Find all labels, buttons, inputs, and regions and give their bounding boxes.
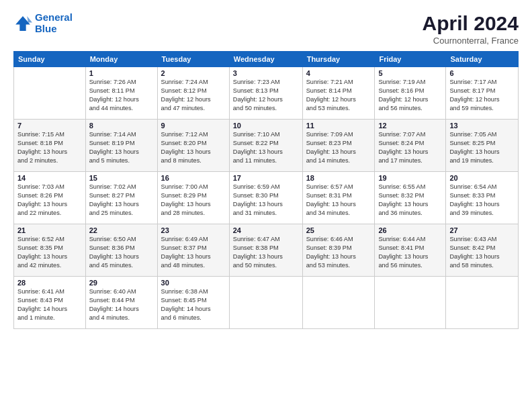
week-row-5: 28Sunrise: 6:41 AM Sunset: 8:43 PM Dayli… <box>14 277 519 329</box>
logo: General Blue <box>13 12 73 34</box>
day-number: 1 <box>89 69 154 77</box>
week-row-3: 14Sunrise: 7:03 AM Sunset: 8:26 PM Dayli… <box>14 172 519 224</box>
day-info: Sunrise: 6:41 AM Sunset: 8:43 PM Dayligh… <box>17 287 82 322</box>
day-number: 15 <box>89 174 154 182</box>
day-number: 7 <box>17 122 82 130</box>
day-info: Sunrise: 6:40 AM Sunset: 8:44 PM Dayligh… <box>89 287 154 322</box>
subtitle: Cournonterral, France <box>423 36 519 46</box>
day-number: 10 <box>233 122 299 130</box>
svg-marker-1 <box>27 16 32 22</box>
day-info: Sunrise: 6:38 AM Sunset: 8:45 PM Dayligh… <box>161 287 226 322</box>
day-cell: 13Sunrise: 7:05 AM Sunset: 8:25 PM Dayli… <box>446 120 519 172</box>
day-cell <box>446 277 519 329</box>
day-number: 14 <box>17 174 82 182</box>
header: General Blue April 2024 Cournonterral, F… <box>13 12 519 46</box>
day-cell: 24Sunrise: 6:47 AM Sunset: 8:38 PM Dayli… <box>229 224 302 277</box>
col-header-friday: Friday <box>375 52 446 67</box>
day-cell: 10Sunrise: 7:10 AM Sunset: 8:22 PM Dayli… <box>229 120 302 172</box>
day-info: Sunrise: 7:24 AM Sunset: 8:12 PM Dayligh… <box>161 78 226 113</box>
day-info: Sunrise: 7:19 AM Sunset: 8:16 PM Dayligh… <box>378 78 442 113</box>
day-info: Sunrise: 7:00 AM Sunset: 8:29 PM Dayligh… <box>161 183 226 218</box>
day-cell: 17Sunrise: 6:59 AM Sunset: 8:30 PM Dayli… <box>229 172 302 224</box>
day-number: 27 <box>449 226 515 234</box>
day-number: 2 <box>161 69 226 77</box>
day-info: Sunrise: 6:43 AM Sunset: 8:42 PM Dayligh… <box>449 235 515 270</box>
week-row-2: 7Sunrise: 7:15 AM Sunset: 8:18 PM Daylig… <box>14 120 519 172</box>
day-info: Sunrise: 6:57 AM Sunset: 8:31 PM Dayligh… <box>306 183 371 218</box>
day-cell: 22Sunrise: 6:50 AM Sunset: 8:36 PM Dayli… <box>85 224 157 277</box>
day-cell: 8Sunrise: 7:14 AM Sunset: 8:19 PM Daylig… <box>85 120 157 172</box>
day-cell <box>302 277 375 329</box>
day-cell: 26Sunrise: 6:44 AM Sunset: 8:41 PM Dayli… <box>375 224 446 277</box>
day-info: Sunrise: 7:21 AM Sunset: 8:14 PM Dayligh… <box>306 78 371 113</box>
day-number: 19 <box>378 174 442 182</box>
day-cell: 11Sunrise: 7:09 AM Sunset: 8:23 PM Dayli… <box>302 120 375 172</box>
day-number: 20 <box>449 174 515 182</box>
day-number: 28 <box>17 279 82 287</box>
day-info: Sunrise: 7:09 AM Sunset: 8:23 PM Dayligh… <box>306 130 371 165</box>
day-info: Sunrise: 7:10 AM Sunset: 8:22 PM Dayligh… <box>233 130 299 165</box>
day-cell: 16Sunrise: 7:00 AM Sunset: 8:29 PM Dayli… <box>157 172 229 224</box>
day-info: Sunrise: 7:05 AM Sunset: 8:25 PM Dayligh… <box>449 130 515 165</box>
day-info: Sunrise: 7:15 AM Sunset: 8:18 PM Dayligh… <box>17 130 82 165</box>
week-row-1: 1Sunrise: 7:26 AM Sunset: 8:11 PM Daylig… <box>14 67 519 120</box>
logo-icon <box>13 14 32 33</box>
col-header-wednesday: Wednesday <box>229 52 302 67</box>
day-number: 29 <box>89 279 154 287</box>
day-cell <box>14 67 86 120</box>
day-number: 9 <box>161 122 226 130</box>
day-cell: 20Sunrise: 6:54 AM Sunset: 8:33 PM Dayli… <box>446 172 519 224</box>
page: General Blue April 2024 Cournonterral, F… <box>0 0 532 411</box>
day-cell: 29Sunrise: 6:40 AM Sunset: 8:44 PM Dayli… <box>85 277 157 329</box>
day-number: 18 <box>306 174 371 182</box>
day-cell: 1Sunrise: 7:26 AM Sunset: 8:11 PM Daylig… <box>85 67 157 120</box>
day-number: 17 <box>233 174 299 182</box>
calendar-table: SundayMondayTuesdayWednesdayThursdayFrid… <box>13 51 519 329</box>
day-number: 26 <box>378 226 442 234</box>
day-info: Sunrise: 7:14 AM Sunset: 8:19 PM Dayligh… <box>89 130 154 165</box>
day-info: Sunrise: 6:54 AM Sunset: 8:33 PM Dayligh… <box>449 183 515 218</box>
day-cell <box>375 277 446 329</box>
header-row: SundayMondayTuesdayWednesdayThursdayFrid… <box>14 52 519 67</box>
day-info: Sunrise: 7:26 AM Sunset: 8:11 PM Dayligh… <box>89 78 154 113</box>
day-number: 22 <box>89 226 154 234</box>
logo-line2: Blue <box>35 23 57 34</box>
day-info: Sunrise: 7:03 AM Sunset: 8:26 PM Dayligh… <box>17 183 82 218</box>
day-info: Sunrise: 6:59 AM Sunset: 8:30 PM Dayligh… <box>233 183 299 218</box>
day-info: Sunrise: 7:23 AM Sunset: 8:13 PM Dayligh… <box>233 78 299 113</box>
day-number: 25 <box>306 226 371 234</box>
logo-text: General Blue <box>35 12 73 34</box>
day-info: Sunrise: 7:17 AM Sunset: 8:17 PM Dayligh… <box>449 78 515 113</box>
day-cell: 15Sunrise: 7:02 AM Sunset: 8:27 PM Dayli… <box>85 172 157 224</box>
day-info: Sunrise: 7:07 AM Sunset: 8:24 PM Dayligh… <box>378 130 442 165</box>
day-cell: 7Sunrise: 7:15 AM Sunset: 8:18 PM Daylig… <box>14 120 86 172</box>
day-number: 16 <box>161 174 226 182</box>
day-info: Sunrise: 7:12 AM Sunset: 8:20 PM Dayligh… <box>161 130 226 165</box>
day-cell: 30Sunrise: 6:38 AM Sunset: 8:45 PM Dayli… <box>157 277 229 329</box>
day-info: Sunrise: 6:49 AM Sunset: 8:37 PM Dayligh… <box>161 235 226 270</box>
day-cell: 27Sunrise: 6:43 AM Sunset: 8:42 PM Dayli… <box>446 224 519 277</box>
day-cell <box>229 277 302 329</box>
day-number: 6 <box>449 69 515 77</box>
day-info: Sunrise: 6:46 AM Sunset: 8:39 PM Dayligh… <box>306 235 371 270</box>
day-number: 23 <box>161 226 226 234</box>
day-cell: 3Sunrise: 7:23 AM Sunset: 8:13 PM Daylig… <box>229 67 302 120</box>
day-number: 4 <box>306 69 371 77</box>
day-number: 12 <box>378 122 442 130</box>
day-number: 13 <box>449 122 515 130</box>
day-cell: 5Sunrise: 7:19 AM Sunset: 8:16 PM Daylig… <box>375 67 446 120</box>
day-number: 3 <box>233 69 299 77</box>
day-cell: 4Sunrise: 7:21 AM Sunset: 8:14 PM Daylig… <box>302 67 375 120</box>
logo-line1: General <box>35 11 73 23</box>
day-cell: 21Sunrise: 6:52 AM Sunset: 8:35 PM Dayli… <box>14 224 86 277</box>
day-cell: 28Sunrise: 6:41 AM Sunset: 8:43 PM Dayli… <box>14 277 86 329</box>
day-number: 5 <box>378 69 442 77</box>
col-header-saturday: Saturday <box>446 52 519 67</box>
day-info: Sunrise: 7:02 AM Sunset: 8:27 PM Dayligh… <box>89 183 154 218</box>
day-cell: 23Sunrise: 6:49 AM Sunset: 8:37 PM Dayli… <box>157 224 229 277</box>
day-info: Sunrise: 6:44 AM Sunset: 8:41 PM Dayligh… <box>378 235 442 270</box>
day-info: Sunrise: 6:55 AM Sunset: 8:32 PM Dayligh… <box>378 183 442 218</box>
week-row-4: 21Sunrise: 6:52 AM Sunset: 8:35 PM Dayli… <box>14 224 519 277</box>
day-number: 30 <box>161 279 226 287</box>
main-title: April 2024 <box>423 12 519 34</box>
